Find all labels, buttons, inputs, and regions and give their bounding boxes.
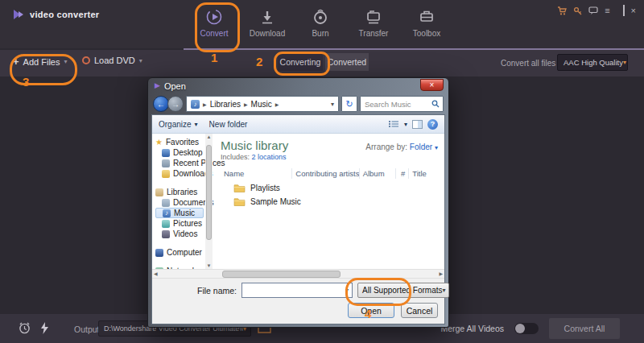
refresh-button[interactable]: ↻	[341, 96, 357, 112]
sidebar-item-music[interactable]: ♪ Music	[155, 208, 204, 218]
open-button[interactable]: Open	[348, 303, 394, 318]
search-input[interactable]	[361, 100, 431, 109]
scroll-left-icon[interactable]: ◀	[154, 270, 158, 278]
menu-icon[interactable]: ≡	[605, 6, 609, 15]
locations-link[interactable]: 2 locations	[252, 153, 287, 161]
arrange-by[interactable]: Arrange by: Folder ▾	[365, 143, 438, 151]
breadcrumb-libraries[interactable]: Libraries	[210, 100, 241, 109]
tab-convert-label: Convert	[200, 29, 228, 38]
new-folder-button[interactable]: New folder	[209, 120, 248, 129]
column-header-number[interactable]: #	[396, 168, 409, 179]
merge-all-videos-label: Merge All Videos	[440, 324, 504, 333]
column-header-artists[interactable]: Contributing artists	[292, 168, 359, 179]
scrollbar-thumb[interactable]	[206, 145, 212, 240]
output-format-dropdown[interactable]: AAC High Quality ▾	[557, 54, 628, 71]
address-dropdown-icon[interactable]: ▾	[331, 101, 334, 108]
dialog-body: ★ Favorites Desktop Recent Places Downlo…	[152, 134, 444, 269]
tab-converting[interactable]: Converting	[278, 53, 323, 71]
sidebar-item-desktop[interactable]: Desktop	[155, 147, 205, 158]
dialog-command-bar: Organize ▾ New folder ▾	[152, 115, 444, 134]
close-icon[interactable]: ×	[631, 6, 636, 15]
load-dvd-button[interactable]: Load DVD ▾	[82, 56, 142, 65]
includes-label: Includes:	[221, 153, 250, 161]
scroll-up-icon[interactable]: ▲	[205, 134, 213, 139]
toggle-knob	[515, 324, 525, 333]
search-icon[interactable]	[431, 100, 440, 108]
scrollbar-thumb[interactable]	[222, 271, 341, 278]
tab-transfer[interactable]: Transfer	[352, 5, 395, 38]
bottom-bar-right: Merge All Videos Convert All	[440, 318, 620, 339]
download-icon	[258, 5, 276, 26]
high-speed-icon[interactable]	[40, 322, 49, 334]
sidebar-item-recent-places[interactable]: Recent Places	[155, 158, 205, 168]
chevron-down-icon: ▾	[139, 57, 142, 64]
column-header-title[interactable]: Title	[409, 168, 440, 179]
breadcrumb-separator: ▶	[275, 101, 279, 107]
sidebar-item-pictures[interactable]: Pictures	[155, 218, 205, 229]
convert-all-button[interactable]: Convert All	[549, 318, 620, 339]
output-format-value: AAC High Quality	[558, 58, 623, 67]
scroll-down-icon[interactable]: ▼	[205, 263, 213, 268]
help-icon[interactable]: ?	[427, 119, 438, 130]
feedback-icon[interactable]	[588, 6, 598, 15]
schedule-clock-icon[interactable]	[18, 321, 31, 335]
dialog-titlebar[interactable]: ▶ Open	[148, 78, 448, 93]
breadcrumb[interactable]: ♪ ▶ Libraries ▶ Music ▶ ▾	[186, 96, 339, 112]
add-files-button[interactable]: + Add Files ▾	[13, 56, 67, 68]
horizontal-scrollbar[interactable]: ◀ ▶	[152, 269, 444, 278]
file-name-combobox[interactable]: ▾	[242, 283, 353, 298]
tab-convert[interactable]: Convert	[192, 5, 236, 38]
sidebar-item-libraries[interactable]: Libraries	[155, 187, 205, 197]
breadcrumb-music[interactable]: Music	[251, 100, 272, 109]
tab-toolbox[interactable]: Toolbox	[405, 5, 448, 38]
merge-toggle[interactable]	[514, 323, 539, 334]
pictures-icon	[162, 220, 170, 228]
sidebar-item-downloads[interactable]: Downloads	[155, 168, 205, 179]
sidebar-label: Videos	[173, 229, 197, 238]
dialog-close-button[interactable]: ×	[420, 79, 444, 91]
views-dropdown-icon[interactable]: ▾	[404, 121, 407, 128]
preview-pane-icon[interactable]	[412, 120, 423, 129]
views-icon[interactable]	[388, 119, 399, 129]
open-dialog: ▶ Open × ← → ♪ ▶ Libraries ▶ Music ▶ ▾ ↻	[147, 77, 449, 328]
sidebar-item-favorites[interactable]: ★ Favorites	[155, 137, 205, 147]
tab-transfer-label: Transfer	[359, 29, 389, 38]
chevron-down-icon: ▾	[623, 59, 626, 66]
plus-icon: +	[13, 56, 19, 68]
account-key-icon[interactable]	[573, 6, 582, 15]
sidebar-item-videos[interactable]: Videos	[155, 229, 205, 239]
tab-download[interactable]: Download	[246, 5, 289, 38]
chevron-down-icon[interactable]: ▾	[345, 287, 349, 294]
file-row-playlists[interactable]: Playlists	[221, 184, 440, 192]
file-name-input[interactable]	[242, 286, 345, 295]
back-button[interactable]: ←	[153, 96, 169, 112]
sidebar-item-computer[interactable]: Computer	[155, 247, 205, 258]
forward-button[interactable]: →	[167, 96, 184, 112]
store-cart-icon[interactable]	[557, 6, 567, 15]
search-box[interactable]	[360, 96, 444, 112]
action-bar: + Add Files ▾ Load DVD ▾ Converting Conv…	[0, 50, 644, 76]
sidebar-item-documents[interactable]: Documents	[155, 197, 205, 208]
maximize-icon[interactable]	[623, 6, 625, 15]
chevron-down-icon: ▾	[64, 58, 67, 65]
scroll-right-icon[interactable]: ▶	[439, 270, 443, 278]
arrange-by-value[interactable]: Folder	[410, 143, 432, 151]
annotation-number-3: 3	[23, 75, 29, 89]
sidebar-scrollbar[interactable]: ▲ ▼	[205, 134, 213, 269]
tab-burn[interactable]: Burn	[299, 5, 342, 38]
transfer-icon	[365, 5, 382, 26]
file-type-value: All Supported Formats	[358, 286, 443, 295]
file-row-sample-music[interactable]: Sample Music	[221, 197, 440, 206]
sidebar-label: Pictures	[173, 219, 202, 228]
chevron-down-icon: ▾	[443, 287, 446, 294]
organize-menu[interactable]: Organize ▾	[159, 120, 198, 129]
folder-icon	[233, 184, 246, 192]
column-header-album[interactable]: Album	[360, 168, 397, 179]
desktop-icon	[162, 149, 170, 157]
column-header-name[interactable]: Name	[221, 168, 292, 179]
top-bar: video converter Convert	[0, 0, 644, 48]
file-type-dropdown[interactable]: All Supported Formats ▾	[357, 283, 449, 298]
app-logo: video converter	[13, 9, 99, 20]
cancel-button[interactable]: Cancel	[401, 303, 438, 318]
tab-converted[interactable]: Converted	[325, 53, 369, 71]
